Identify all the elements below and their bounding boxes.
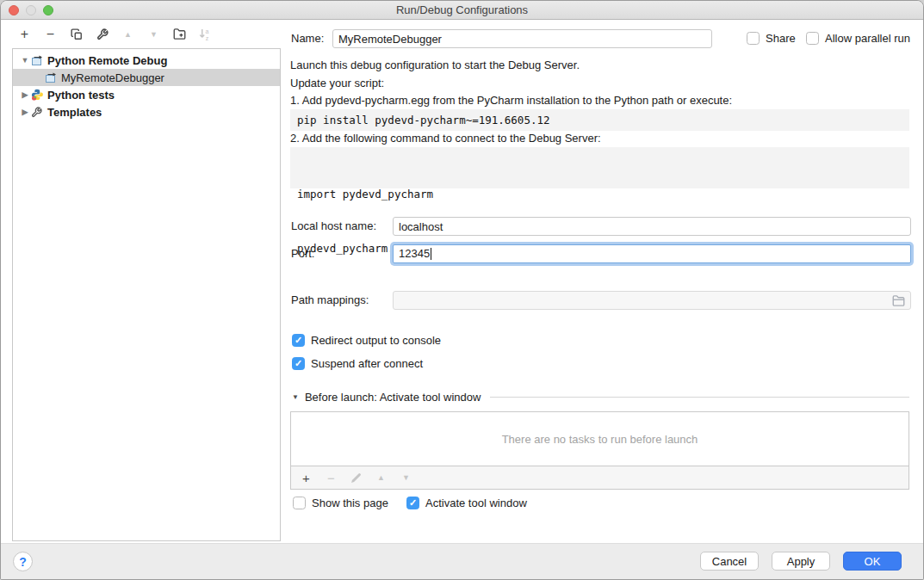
- move-task-down-icon[interactable]: ▼: [400, 473, 412, 482]
- chevron-right-icon[interactable]: ▶: [19, 90, 31, 99]
- port-value: 12345: [399, 245, 430, 262]
- sort-alphabetically-icon[interactable]: az: [198, 27, 213, 41]
- svg-text:a: a: [206, 28, 209, 34]
- port-input[interactable]: 12345: [393, 244, 911, 263]
- settrace-code-line1: import pydevd_pycharm: [297, 185, 902, 203]
- tree-item-python-tests[interactable]: ▶ Python tests: [13, 86, 280, 103]
- check-icon: ✓: [409, 498, 417, 508]
- allow-parallel-run-label: Allow parallel run: [825, 32, 910, 45]
- allow-parallel-run-checkbox[interactable]: Allow parallel run: [806, 32, 910, 45]
- redirect-output-label: Redirect output to console: [311, 334, 441, 347]
- chevron-down-icon[interactable]: ▼: [292, 393, 299, 401]
- redirect-output-checkbox[interactable]: ✓ Redirect output to console: [292, 334, 441, 347]
- dialog-footer: ? Cancel Apply OK: [1, 543, 923, 579]
- checkbox-checked[interactable]: ✓: [292, 357, 305, 370]
- name-label: Name:: [291, 29, 324, 48]
- move-up-icon[interactable]: ▲: [121, 27, 135, 41]
- step2-text: 2. Add the following command to connect …: [290, 132, 601, 145]
- share-label: Share: [766, 32, 796, 45]
- tree-item-myremotedebugger[interactable]: MyRemoteDebugger: [13, 69, 280, 86]
- help-text-line1: Launch this debug configuration to start…: [290, 59, 580, 71]
- task-list-toolbar: + − ▲ ▼: [290, 466, 909, 490]
- action-buttons: Cancel Apply OK: [700, 552, 902, 571]
- show-this-page-label: Show this page: [312, 497, 388, 509]
- edit-task-pencil-icon[interactable]: [350, 472, 363, 484]
- tree-item-label: Python Remote Debug: [47, 54, 167, 67]
- copy-icon[interactable]: [69, 27, 84, 41]
- port-label: Port:: [291, 244, 314, 263]
- help-button[interactable]: ?: [13, 552, 33, 571]
- activate-tool-window-checkbox[interactable]: ✓ Activate tool window: [406, 497, 527, 509]
- folder-icon[interactable]: [892, 294, 905, 307]
- step1-text: 1. Add pydevd-pycharm.egg from the PyCha…: [290, 94, 732, 107]
- titlebar: Run/Debug Configurations: [1, 1, 923, 20]
- tree-item-label: MyRemoteDebugger: [61, 71, 164, 84]
- dialog-content: + − ▲ ▼ az ▼ Python Rem: [1, 20, 923, 543]
- chevron-down-icon[interactable]: ▼: [19, 56, 31, 65]
- checkbox-unchecked[interactable]: [747, 32, 760, 45]
- question-mark-icon: ?: [19, 555, 27, 569]
- edit-defaults-wrench-icon[interactable]: [95, 27, 109, 41]
- add-icon[interactable]: +: [17, 27, 32, 41]
- window-title: Run/Debug Configurations: [1, 3, 923, 16]
- apply-button[interactable]: Apply: [772, 552, 830, 571]
- configuration-editor: Name: Share Allow parallel run Launch th…: [281, 20, 923, 543]
- check-icon: ✓: [295, 336, 302, 345]
- remove-icon[interactable]: −: [43, 27, 58, 41]
- run-debug-configurations-dialog: Run/Debug Configurations + − ▲ ▼ az: [0, 0, 924, 580]
- checkbox-checked[interactable]: ✓: [292, 334, 305, 347]
- svg-text:z: z: [206, 35, 209, 40]
- configurations-toolbar: + − ▲ ▼ az: [1, 20, 281, 48]
- before-launch-title: Before launch: Activate tool window: [305, 391, 481, 404]
- configurations-tree: ▼ Python Remote Debug MyRemoteDebugger ▶: [12, 48, 281, 541]
- text-caret: [431, 248, 431, 260]
- tree-item-label: Templates: [47, 106, 102, 119]
- path-mappings-label: Path mappings:: [291, 291, 369, 310]
- show-this-page-checkbox[interactable]: Show this page: [293, 497, 388, 509]
- move-down-icon[interactable]: ▼: [146, 27, 161, 41]
- tree-item-templates[interactable]: ▶ Templates: [13, 103, 280, 120]
- share-checkbox[interactable]: Share: [747, 32, 796, 45]
- tree-item-python-remote-debug[interactable]: ▼ Python Remote Debug: [13, 52, 280, 69]
- cancel-button[interactable]: Cancel: [700, 552, 759, 571]
- before-launch-task-list[interactable]: There are no tasks to run before launch: [290, 411, 909, 466]
- settrace-code: import pydevd_pycharm pydevd_pycharm.set…: [290, 147, 909, 188]
- suspend-after-connect-label: Suspend after connect: [311, 357, 423, 370]
- checkbox-unchecked[interactable]: [293, 497, 306, 509]
- python-tests-icon: [31, 89, 44, 101]
- activate-tool-window-label: Activate tool window: [425, 497, 527, 509]
- suspend-after-connect-checkbox[interactable]: ✓ Suspend after connect: [292, 357, 423, 370]
- checkbox-unchecked[interactable]: [806, 32, 819, 45]
- templates-wrench-icon: [31, 106, 44, 118]
- help-text-line2: Update your script:: [290, 77, 384, 89]
- before-launch-section-header[interactable]: ▼ Before launch: Activate tool window: [292, 391, 909, 404]
- path-mappings-input: [393, 291, 911, 310]
- local-host-name-input[interactable]: [393, 217, 911, 236]
- pip-install-code: pip install pydevd-pycharm~=191.6605.12: [290, 109, 909, 131]
- checkbox-checked[interactable]: ✓: [406, 497, 419, 509]
- chevron-right-icon[interactable]: ▶: [19, 108, 31, 116]
- local-host-name-label: Local host name:: [291, 217, 376, 236]
- new-folder-icon[interactable]: [172, 27, 187, 41]
- check-icon: ✓: [295, 359, 302, 368]
- remote-debug-config-icon: [31, 54, 44, 66]
- name-input[interactable]: [332, 29, 712, 48]
- remove-task-icon[interactable]: −: [325, 471, 338, 485]
- tree-item-label: Python tests: [47, 89, 115, 102]
- ok-button[interactable]: OK: [843, 552, 902, 571]
- move-task-up-icon[interactable]: ▲: [375, 473, 388, 482]
- remote-debug-config-icon: [45, 71, 58, 83]
- section-divider: [490, 397, 909, 398]
- empty-tasks-text: There are no tasks to run before launch: [502, 433, 698, 446]
- add-task-icon[interactable]: +: [300, 471, 313, 485]
